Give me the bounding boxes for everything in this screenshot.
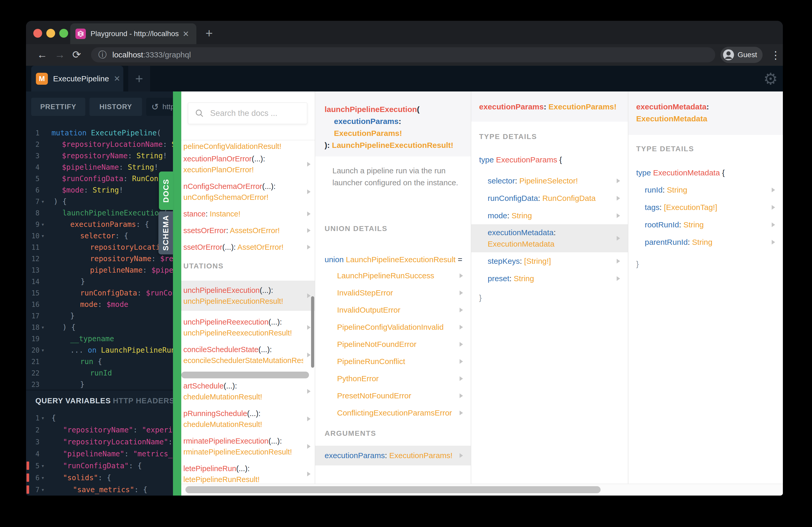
- fold-arrow-icon[interactable]: ▾: [41, 412, 44, 424]
- traffic-zoom-icon[interactable]: [59, 29, 68, 38]
- new-playground-tab-button[interactable]: +: [128, 66, 150, 91]
- line-number: 7: [26, 484, 40, 496]
- fold-arrow-icon[interactable]: ▾: [41, 484, 44, 496]
- profile-button[interactable]: Guest: [721, 47, 763, 63]
- avatar-icon: [723, 49, 735, 61]
- docs-search-input[interactable]: Search the docs ...: [188, 102, 307, 124]
- fold-arrow-icon[interactable]: ▾: [41, 460, 44, 472]
- graphql-playground: M ExecutePipeline ✕ + ⚙ PRETTIFY HISTORY…: [26, 66, 783, 496]
- site-info-icon[interactable]: ⓘ: [98, 49, 107, 61]
- code-line: 9▾executionParams: {: [26, 219, 181, 230]
- tab-schema[interactable]: SCHEMA: [158, 211, 173, 254]
- line-number: 2: [26, 424, 40, 436]
- expand-arrow-icon: [307, 162, 310, 167]
- line-number: 7: [26, 196, 40, 207]
- fold-arrow-icon[interactable]: ▾: [41, 322, 44, 333]
- fold-arrow-icon[interactable]: ▾: [41, 230, 44, 242]
- prettify-button[interactable]: PRETTIFY: [31, 98, 85, 116]
- docs-edge-strip[interactable]: [173, 91, 181, 496]
- docs-field-item[interactable]: xecutionPlanOrError(...):xecutionPlanOrE…: [181, 153, 315, 175]
- type-field-item[interactable]: mode: String: [471, 207, 628, 224]
- fold-arrow-icon[interactable]: ▾: [41, 219, 44, 230]
- docs-horizontal-scrollbar-thumb[interactable]: [186, 486, 600, 493]
- reset-endpoint-icon[interactable]: ↺: [151, 102, 159, 112]
- history-button[interactable]: HISTORY: [89, 98, 142, 116]
- clipped-list-item[interactable]: pelineConfigValidationResult!: [181, 141, 315, 152]
- fold-arrow-icon[interactable]: ▾: [41, 345, 44, 356]
- variables-code[interactable]: 1▾{2"repositoryName": "experimental"3"re…: [26, 412, 181, 496]
- union-member-item[interactable]: ConflictingExecutionParamsError: [315, 404, 471, 421]
- type-declaration: type ExecutionMetadata {: [636, 168, 725, 177]
- docs-field-item[interactable]: concileSchedulerState(...):econcileSched…: [181, 344, 315, 366]
- line-number: 15: [26, 287, 40, 299]
- type-field-item[interactable]: runConfigData: RunConfigData: [471, 190, 628, 207]
- docs-field-item[interactable]: pRunningSchedule(...):cheduleMutationRes…: [181, 408, 315, 430]
- forward-icon[interactable]: →: [55, 44, 65, 66]
- union-member-item[interactable]: InvalidOutputError: [315, 301, 471, 319]
- expand-arrow-icon: [460, 273, 463, 278]
- argument-row-executionparams[interactable]: executionParams: ExecutionParams!: [315, 446, 471, 465]
- traffic-close-icon[interactable]: [33, 29, 42, 38]
- type-field-item[interactable]: parentRunId: String: [628, 234, 783, 251]
- playground-tab-title: ExecutePipeline: [53, 74, 109, 83]
- union-member-item[interactable]: LaunchPipelineRunSuccess: [315, 267, 471, 284]
- docs-field-item[interactable]: nConfigSchemaOrError(...):unConfigSchema…: [181, 181, 315, 203]
- docs-field-item[interactable]: ssetsOrError: AssetsOrError!: [181, 225, 315, 236]
- reload-icon[interactable]: ⟳: [72, 44, 81, 66]
- docs-field-item[interactable]: letePipelineRun(...):letePipelineRunResu…: [181, 463, 315, 485]
- url-bar[interactable]: ⓘ localhost:3333/graphql: [91, 47, 715, 62]
- docs-field-item[interactable]: artSchedule(...):cheduleMutationResult!: [181, 380, 315, 402]
- close-playground-tab-icon[interactable]: ✕: [114, 74, 120, 83]
- expand-arrow-icon: [307, 417, 310, 421]
- browser-menu-icon[interactable]: ⋮: [770, 46, 781, 64]
- fold-arrow-icon[interactable]: ▾: [41, 472, 44, 484]
- line-number: 16: [26, 299, 40, 310]
- union-member-item[interactable]: PythonError: [315, 370, 471, 387]
- tab-http-headers[interactable]: HTTP HEADERS: [113, 396, 175, 405]
- type-field-item[interactable]: runId: String: [628, 181, 783, 198]
- tab-query-variables[interactable]: QUERY VARIABLES: [35, 396, 111, 405]
- type-field-item[interactable]: preset: String: [471, 270, 628, 287]
- query-variables-panel: QUERY VARIABLES HTTP HEADERS 1▾{2"reposi…: [26, 390, 181, 496]
- playground-tab-executepipeline[interactable]: M ExecutePipeline ✕: [31, 66, 123, 91]
- expand-arrow-icon: [460, 325, 463, 330]
- list-horizontal-scrollbar-thumb[interactable]: [181, 372, 309, 378]
- browser-tab[interactable]: Playground - http://localhost:3 ✕: [70, 24, 197, 44]
- code-line: 3"repositoryLocationName": "local": [26, 436, 181, 448]
- docs-field-item[interactable]: unchPipelineExecution(...):unchPipelineE…: [181, 281, 315, 311]
- new-tab-button[interactable]: +: [205, 26, 213, 41]
- code-line: 1▾{: [26, 412, 181, 424]
- type-field-item[interactable]: selector: PipelineSelector!: [471, 172, 628, 190]
- docs-field-item[interactable]: ssetOrError(...): AssetOrError!: [181, 242, 315, 253]
- union-declaration: union LaunchPipelineExecutionResult =: [324, 255, 462, 264]
- line-number: 6: [26, 184, 40, 196]
- section-header: UTATIONS: [183, 262, 315, 270]
- fold-arrow-icon[interactable]: ▾: [41, 196, 44, 207]
- union-member-item[interactable]: PipelineConfigValidationInvalid: [315, 319, 471, 336]
- tab-docs[interactable]: DOCS: [159, 171, 173, 210]
- docs-vertical-scrollbar[interactable]: [311, 296, 314, 368]
- type-field-item[interactable]: tags: [ExecutionTag!]: [628, 198, 783, 216]
- code-line: 8launchPipelineExecution(: [26, 207, 181, 219]
- union-member-item[interactable]: PresetNotFoundError: [315, 387, 471, 404]
- type-field-item[interactable]: stepKeys: [String!]: [471, 252, 628, 270]
- code-line: 7▾"save_metrics": {: [26, 484, 181, 496]
- back-icon[interactable]: ←: [37, 44, 47, 66]
- settings-gear-icon[interactable]: ⚙: [763, 70, 778, 88]
- union-member-item[interactable]: PipelineRunConflict: [315, 353, 471, 370]
- traffic-minimize-icon[interactable]: [46, 29, 55, 38]
- type-field-item[interactable]: executionMetadata:ExecutionMetadata: [471, 224, 628, 252]
- docs-field-item[interactable]: rminatePipelineExecution(...):rminatePip…: [181, 436, 315, 457]
- line-number: 8: [26, 207, 40, 219]
- close-tab-icon[interactable]: ✕: [183, 29, 189, 39]
- docs-field-item[interactable]: unchPipelineReexecution(...):unchPipelin…: [181, 317, 315, 338]
- type-field-item[interactable]: rootRunId: String: [628, 216, 783, 234]
- query-code[interactable]: 1mutation ExecutePipeline(2$repositoryLo…: [26, 127, 181, 390]
- union-member-item[interactable]: PipelineNotFoundError: [315, 336, 471, 353]
- docs-field-item[interactable]: stance: Instance!: [181, 208, 315, 219]
- union-member-item[interactable]: InvalidStepError: [315, 284, 471, 301]
- line-number: 14: [26, 276, 40, 287]
- line-number: 10: [26, 230, 40, 242]
- query-editor-pane[interactable]: PRETTIFY HISTORY ↺ http://loc 1mutation …: [26, 91, 181, 496]
- docs-horizontal-scrollbar-track[interactable]: [181, 484, 783, 496]
